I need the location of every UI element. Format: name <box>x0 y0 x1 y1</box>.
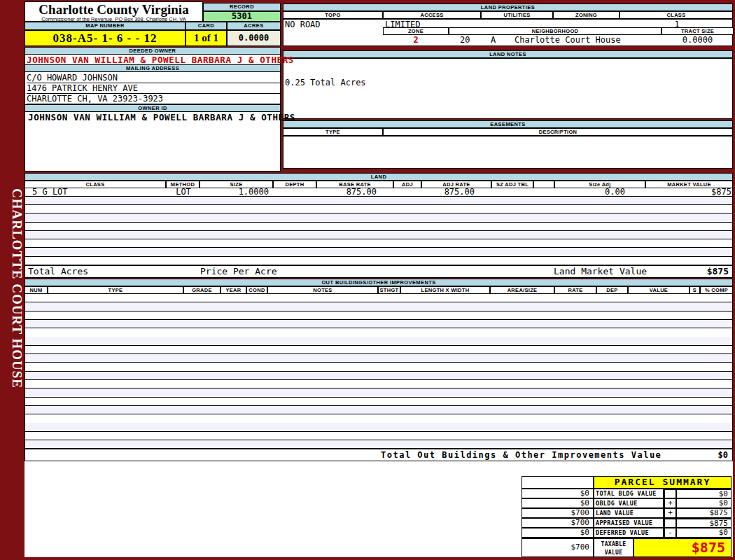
ob-col-s: S <box>690 286 700 294</box>
land-market-value-label: Land Market Value <box>554 267 647 276</box>
land-section-bar: LAND <box>24 173 733 181</box>
land-row-class: 5 G LOT <box>32 187 68 197</box>
ps-label-appraised: APPRAISED VALUE <box>594 518 664 528</box>
ps-prior-total-bldg: $0 <box>522 489 594 498</box>
land-footer-row: Total Acres Price Per Acre Land Market V… <box>24 265 733 278</box>
ob-col-num: NUM <box>24 286 48 294</box>
card-header: CARD <box>186 22 227 30</box>
ps-prior-obldg: $0 <box>522 498 594 508</box>
land-row-adj-rate: 875.00 <box>422 187 475 197</box>
ps-prior-deferred: $0 <box>522 528 594 538</box>
land-col-depth: DEPTH <box>273 181 316 188</box>
address-line-3: CHARLOTTE CH, VA 23923-3923 <box>27 94 280 104</box>
address-line-1: C/O HOWARD JOHNSON <box>27 73 280 83</box>
land-note-text: 0.25 Total Acres <box>285 78 366 88</box>
acres-value: 0.0000 <box>227 30 281 46</box>
address-line-2: 1476 PATRICK HENRY AVE <box>27 83 280 94</box>
land-row-size: 1.0000 <box>200 187 269 197</box>
neighborhood-header: NEIGHBORHOOD <box>449 27 662 35</box>
land-data-row: 5 G LOT LOT 1.0000 875.00 875.00 0.00 $8… <box>24 188 733 197</box>
land-empty-rows <box>24 197 733 265</box>
ps-value-deferred: $0 <box>676 528 732 538</box>
land-properties-values-box: NO ROAD LIMITED 1 ZONE NEIGHBORHOOD TRAC… <box>283 19 733 46</box>
easements-box <box>283 136 733 169</box>
zone-suffix: A <box>491 35 496 45</box>
ps-label-total-bldg: TOTAL BLDG VALUE <box>594 489 664 498</box>
ps-value-obldg: $0 <box>676 498 732 508</box>
easement-type-header: TYPE <box>283 128 383 136</box>
ps-prior-land: $700 <box>522 508 594 518</box>
land-notes-bar: LAND NOTES <box>283 50 733 58</box>
ps-op-obldg: + <box>664 498 676 508</box>
ps-value-appraised: $875 <box>676 518 732 528</box>
parcel-summary: PARCEL SUMMARY $0 TOTAL BLDG VALUE $0 $0… <box>522 476 732 557</box>
ob-col-length-width: LENGTH X WIDTH <box>400 286 490 294</box>
ps-title: PARCEL SUMMARY <box>594 476 732 489</box>
zone-header: ZONE <box>383 27 449 35</box>
land-properties-title: LAND PROPERTIES <box>283 4 733 11</box>
owner-id-value: JOHNSON VAN WILLIAM & POWELL BARBARA J &… <box>28 113 295 122</box>
land-col-adj: ADJ <box>393 181 421 188</box>
deeded-owner-bar: DEEDED OWNER <box>24 47 281 55</box>
ob-total-value: $0 <box>718 450 728 460</box>
land-row-method: LOT <box>167 187 200 197</box>
map-number-value: 038-A5- 1- 6 - - 12 <box>24 30 186 46</box>
map-number-header: MAP NUMBER <box>24 22 186 30</box>
land-col-blank <box>533 181 554 188</box>
utilities-header: UTILITIES <box>481 11 553 19</box>
topo-value: NO ROAD <box>285 20 321 29</box>
ob-col-pct-comp: % COMP <box>700 286 733 294</box>
card-value: 1 of 1 <box>186 30 227 46</box>
county-title-box: Charlotte County Virginia Commissioner o… <box>24 1 203 22</box>
topo-header: TOPO <box>283 11 383 19</box>
ps-op-appraised <box>664 518 676 528</box>
total-acres-label: Total Acres <box>28 267 88 276</box>
ps-prior-taxable: $700 <box>522 538 594 557</box>
zone-code: 20 <box>460 35 470 45</box>
ps-op-land: + <box>664 508 676 518</box>
land-row-base-rate: 875.00 <box>317 187 377 197</box>
easements-bar: EASEMENTS <box>283 120 733 128</box>
tract-size-header: TRACT SIZE <box>662 27 734 35</box>
ob-col-notes: NOTES <box>267 286 378 294</box>
ps-value-land: $875 <box>676 508 732 518</box>
outbuildings-section-bar: OUT BUILDINGS/OTHER IMPROVEMENTS <box>24 279 733 286</box>
ob-col-rate: RATE <box>554 286 596 294</box>
mailing-address-bar: MAILING ADDRESS <box>24 64 281 72</box>
owner-panel: DEEDED OWNER JOHNSON VAN WILLIAM & POWEL… <box>24 47 281 172</box>
ob-col-cond: COND <box>246 286 267 294</box>
owner-id-bar: OWNER ID <box>24 104 281 112</box>
ps-prior-appraised: $700 <box>522 518 594 528</box>
ob-col-value: VALUE <box>628 286 690 294</box>
property-record-card: CHARLOTTE COURT HOUSE Charlotte County V… <box>0 0 735 560</box>
ob-col-grade: GRADE <box>183 286 220 294</box>
deeded-owner-value: JOHNSON VAN WILLIAM & POWELL BARBARA J &… <box>27 55 294 64</box>
zone-value: 2 <box>383 35 449 45</box>
ob-col-sthgt: STHGT <box>378 286 400 294</box>
zoning-header: ZONING <box>553 11 620 19</box>
ps-value-total-bldg: $0 <box>676 489 732 498</box>
ps-op-deferred: - <box>664 528 676 538</box>
ps-value-taxable: $875 <box>634 538 732 557</box>
land-market-value: $875 <box>707 267 729 276</box>
land-notes-box: 0.25 Total Acres <box>283 58 733 119</box>
record-header: RECORD <box>203 3 281 11</box>
class-header: CLASS <box>620 11 733 19</box>
ob-col-areasize: AREA/SIZE <box>490 286 554 294</box>
land-col-sz-adj-tbl: SZ ADJ TBL <box>491 181 533 188</box>
ps-label-deferred: DEFERRED VALUE <box>594 528 664 538</box>
ob-total-label: Total Out Buildings & Other Improvements… <box>381 450 662 460</box>
ob-col-dep: DEP <box>596 286 628 294</box>
ob-col-type: TYPE <box>48 286 183 294</box>
price-per-acre-label: Price Per Acre <box>200 267 277 276</box>
access-header: ACCESS <box>383 11 481 19</box>
acres-header: ACRES <box>227 22 281 30</box>
ob-empty-rows <box>24 294 733 449</box>
ps-label-taxable: TAXABLE VALUE <box>594 538 634 557</box>
neighborhood-value: Charlotte Court House <box>514 35 621 45</box>
county-vertical-banner: CHARLOTTE COURT HOUSE <box>1 158 24 420</box>
ob-col-year: YEAR <box>220 286 246 294</box>
ps-header-spacer <box>522 476 594 489</box>
easement-description-header: DESCRIPTION <box>383 128 733 136</box>
record-value: 5301 <box>203 11 281 22</box>
